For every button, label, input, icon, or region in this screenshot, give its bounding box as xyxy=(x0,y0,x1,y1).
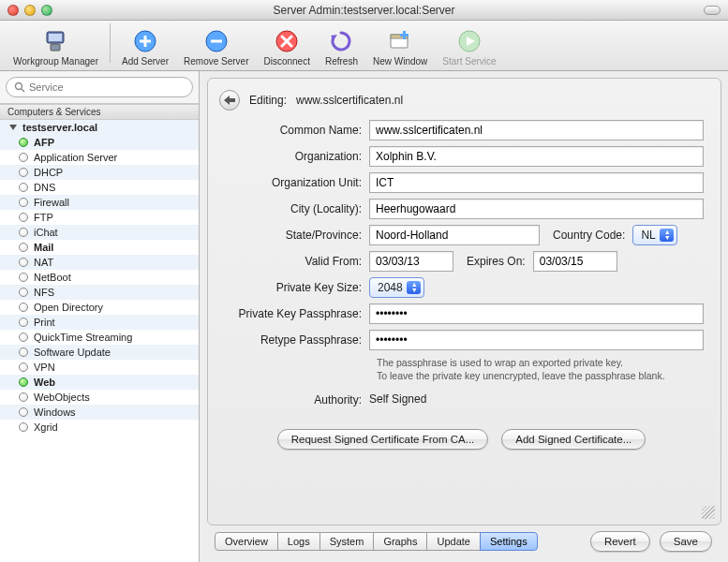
city-input[interactable] xyxy=(369,199,704,219)
service-label: DNS xyxy=(34,182,55,193)
state-input[interactable] xyxy=(369,225,540,245)
service-row[interactable]: Mail xyxy=(0,240,199,255)
disconnect-button[interactable]: Disconnect xyxy=(256,28,317,67)
key-size-select[interactable]: 2048 ▲▼ xyxy=(369,277,424,298)
status-dot-icon xyxy=(19,228,28,237)
add-server-icon xyxy=(132,28,158,54)
service-label: Software Update xyxy=(34,347,111,358)
service-label: Firewall xyxy=(34,197,69,208)
passphrase-input[interactable] xyxy=(369,303,704,324)
valid-from-label: Valid From: xyxy=(219,255,369,268)
service-row[interactable]: Xgrid xyxy=(0,420,199,435)
request-signed-cert-button[interactable]: Request Signed Certificate From CA... xyxy=(277,429,489,450)
tab-overview[interactable]: Overview xyxy=(215,532,278,551)
service-label: VPN xyxy=(34,362,55,373)
search-icon xyxy=(14,81,25,93)
workgroup-manager-button[interactable]: Workgroup Manager xyxy=(6,28,106,67)
tab-bar: Overview Logs System Graphs Update Setti… xyxy=(215,532,538,551)
country-code-select[interactable]: NL ▲▼ xyxy=(632,225,676,245)
search-field[interactable] xyxy=(6,77,193,97)
service-row[interactable]: Firewall xyxy=(0,195,199,210)
expires-on-label: Expires On: xyxy=(467,255,526,268)
service-label: NetBoot xyxy=(34,272,71,283)
retype-passphrase-label: Retype Passphrase: xyxy=(219,333,369,347)
search-input[interactable] xyxy=(29,81,185,93)
country-code-label: Country Code: xyxy=(553,229,625,242)
status-dot-icon xyxy=(19,273,28,282)
svg-point-14 xyxy=(16,83,22,90)
start-service-button[interactable]: Start Service xyxy=(435,28,503,67)
service-label: Print xyxy=(34,317,55,328)
service-label: QuickTime Streaming xyxy=(34,332,132,343)
back-button[interactable] xyxy=(219,90,240,111)
add-signed-cert-button[interactable]: Add Signed Certificate... xyxy=(501,429,646,450)
service-row[interactable]: AFP xyxy=(0,135,199,150)
common-name-input[interactable] xyxy=(369,120,704,140)
service-tree[interactable]: testserver.local AFPApplication ServerDH… xyxy=(0,120,199,562)
status-dot-icon xyxy=(19,348,28,357)
service-label: NAT xyxy=(34,257,53,268)
service-label: Windows xyxy=(34,407,76,418)
titlebar: Server Admin:testserver.local:Server xyxy=(0,0,728,21)
service-row[interactable]: NetBoot xyxy=(0,270,199,285)
tab-system[interactable]: System xyxy=(319,532,375,551)
expires-on-input[interactable] xyxy=(533,251,617,272)
service-row[interactable]: WebObjects xyxy=(0,390,199,405)
service-label: AFP xyxy=(34,137,54,148)
certificate-card: Editing: www.sslcertificaten.nl Common N… xyxy=(207,78,721,525)
service-row[interactable]: FTP xyxy=(0,210,199,225)
common-name-label: Common Name: xyxy=(219,124,369,137)
toolbar-pill-button[interactable] xyxy=(704,6,721,15)
server-name: testserver.local xyxy=(22,122,97,133)
status-dot-icon xyxy=(19,422,28,432)
service-row[interactable]: NAT xyxy=(0,255,199,270)
status-dot-icon xyxy=(19,407,28,417)
service-row[interactable]: DNS xyxy=(0,180,199,195)
organization-input[interactable] xyxy=(369,146,704,167)
service-row[interactable]: Open Directory xyxy=(0,300,199,315)
status-dot-icon xyxy=(19,153,28,162)
add-server-button[interactable]: Add Server xyxy=(114,28,176,67)
status-dot-icon xyxy=(19,303,28,312)
service-row[interactable]: DHCP xyxy=(0,165,199,180)
service-row[interactable]: VPN xyxy=(0,360,199,375)
retype-passphrase-input[interactable] xyxy=(369,330,704,350)
status-dot-icon xyxy=(19,362,28,372)
service-row[interactable]: Web xyxy=(0,375,199,390)
tab-logs[interactable]: Logs xyxy=(277,532,320,551)
save-button[interactable]: Save xyxy=(660,531,712,552)
editing-label: Editing: xyxy=(249,94,287,107)
toolbar-label: Workgroup Manager xyxy=(13,56,98,67)
valid-from-input[interactable] xyxy=(369,251,453,272)
tab-settings[interactable]: Settings xyxy=(480,532,538,551)
svg-rect-2 xyxy=(51,44,60,51)
server-row[interactable]: testserver.local xyxy=(0,120,199,135)
revert-button[interactable]: Revert xyxy=(590,531,650,552)
service-row[interactable]: QuickTime Streaming xyxy=(0,330,199,345)
remove-server-button[interactable]: Remove Server xyxy=(176,28,256,67)
service-row[interactable]: Windows xyxy=(0,405,199,420)
city-label: City (Locality): xyxy=(219,202,369,215)
status-dot-icon xyxy=(19,392,28,402)
resize-grip-icon[interactable] xyxy=(702,506,715,519)
org-unit-input[interactable] xyxy=(369,172,704,193)
service-label: DHCP xyxy=(34,167,63,178)
service-row[interactable]: NFS xyxy=(0,285,199,300)
service-label: Open Directory xyxy=(34,302,103,313)
service-row[interactable]: Software Update xyxy=(0,345,199,360)
window-title: Server Admin:testserver.local:Server xyxy=(0,4,728,17)
toolbar-label: Start Service xyxy=(442,56,496,67)
disclosure-triangle-icon[interactable] xyxy=(9,125,17,130)
hint-line-2: To leave the private key unencrypted, le… xyxy=(377,369,704,382)
tab-graphs[interactable]: Graphs xyxy=(373,532,427,551)
service-row[interactable]: iChat xyxy=(0,225,199,240)
refresh-button[interactable]: Refresh xyxy=(318,28,365,67)
select-arrows-icon: ▲▼ xyxy=(664,229,671,241)
tab-update[interactable]: Update xyxy=(426,532,480,551)
new-window-button[interactable]: New Window xyxy=(365,28,435,67)
service-label: FTP xyxy=(34,212,53,223)
hint-line-1: The passphrase is used to wrap an export… xyxy=(377,356,704,369)
service-row[interactable]: Print xyxy=(0,315,199,330)
status-dot-icon xyxy=(19,288,28,297)
service-row[interactable]: Application Server xyxy=(0,150,199,165)
